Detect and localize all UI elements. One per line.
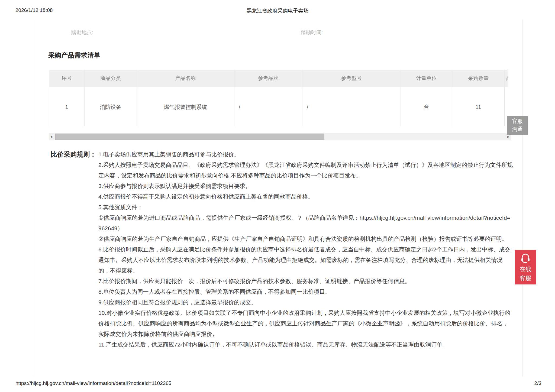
cell-category: 消防设备	[85, 87, 137, 126]
content-right-border	[522, 20, 523, 377]
survey-time-label: 踏勘时间:	[301, 29, 323, 36]
cell-seq: 1	[49, 87, 85, 126]
service-chat-line1: 客服	[507, 117, 528, 125]
rules-label: 比价采购规则：	[51, 150, 96, 159]
col-header-category: 商品分类	[85, 70, 137, 87]
product-table: 序号 商品分类 产品名称 参考品牌 参考型号 计量单位 采购数量 是 1 消防设…	[49, 70, 508, 126]
rule-item: 4.供应商报价不得高于采购人设定的初步意向价格和供应商上架在售的同款商品价格。	[98, 191, 513, 202]
col-header-clipped: 是	[505, 70, 508, 87]
rule-item: 5.其他资质文件：	[98, 202, 513, 212]
scroll-left-arrow-icon[interactable]: ◀	[49, 133, 54, 140]
rule-item: 3.供应商参与报价则表示默认满足并接受采购需求项目要求。	[98, 181, 513, 191]
section-heading: 采购产品需求清单	[48, 51, 100, 60]
cell-ref-model: /	[302, 87, 401, 126]
col-header-seq: 序号	[49, 70, 85, 87]
online-service-line2: 客服	[515, 274, 536, 283]
survey-location-label: 踏勘地点:	[71, 29, 93, 36]
col-header-ref-model: 参考型号	[302, 70, 401, 87]
rule-item: 11.产生成交结果后，供应商应72小时内确认订单，不可不确认订单或以商品价格错误…	[98, 339, 513, 350]
rule-item: 8.单位负责人为同一人或者存在直接控股、管理关系的不同供应商，不得参加同一比价项…	[98, 286, 513, 297]
online-service-line1: 在线	[515, 265, 536, 274]
cell-quantity: 11	[452, 87, 505, 126]
col-header-quantity: 采购数量	[452, 70, 505, 87]
rule-item: 9.供应商报价相同且符合报价规则的，应选择最早报价的成交。	[98, 297, 513, 307]
cell-ref-brand: /	[234, 87, 302, 126]
rule-item: 6.比价报价时间截止后，采购人应在满足比价条件并参加报价的供应商中选择排名价最低…	[98, 244, 513, 276]
horizontal-scrollbar[interactable]: ◀ ▶	[49, 133, 511, 140]
online-service-badge[interactable]: 在线 客服	[515, 250, 536, 284]
rule-item: 2.采购人按照电子卖场交易商品品目、《政府采购需求管理办法》《黑龙江省政府采购文…	[98, 160, 513, 181]
col-header-ref-brand: 参考品牌	[234, 70, 302, 87]
cell-product-name: 燃气报警控制系统	[137, 87, 234, 126]
headset-icon	[520, 253, 531, 264]
table-row: 1 消防设备 燃气报警控制系统 / / 台 11	[49, 87, 508, 126]
col-header-unit: 计量单位	[401, 70, 452, 87]
scroll-thumb[interactable]	[55, 134, 324, 140]
print-page-title: 黑龙江省政府采购电子卖场	[0, 7, 555, 14]
service-chat-line2: 沟通	[507, 125, 528, 133]
rule-item: 1.电子卖场供应商用其上架销售的商品可参与比价报价。	[98, 149, 513, 160]
footer-url: https://hljcg.hlj.gov.cn/mall-view/infor…	[15, 380, 171, 386]
rule-item: 10.对小微企业实行价格优惠政策。比价项目如关联了不专门面向中小企业的政府采购计…	[98, 307, 513, 339]
rule-item: 7.比价报价期间，供应商只能报价一次，报价后不可修改报价产品的技术参数、服务标准…	[98, 276, 513, 286]
cell-unit: 台	[401, 87, 452, 126]
product-table-container: 序号 商品分类 产品名称 参考品牌 参考型号 计量单位 采购数量 是 1 消防设…	[49, 70, 508, 126]
table-header-row: 序号 商品分类 产品名称 参考品牌 参考型号 计量单位 采购数量 是	[49, 70, 508, 87]
rule-item: ①供应商响应的若为进口商品或品牌商品，需提供生产厂家或一级经销商授权。？（品牌商…	[98, 212, 513, 234]
content-left-border	[33, 20, 33, 377]
col-header-product-name: 产品名称	[137, 70, 234, 87]
service-chat-badge[interactable]: 客服 沟通	[507, 116, 528, 135]
page-number: 2/3	[534, 380, 541, 386]
rule-item: ②供应商响应的若为生产厂家自产自销商品，应提供《生产厂家自产自销商品证明》和具有…	[98, 234, 513, 244]
rules-text: 1.电子卖场供应商用其上架销售的商品可参与比价报价。 2.采购人按照电子卖场交易…	[98, 149, 513, 350]
